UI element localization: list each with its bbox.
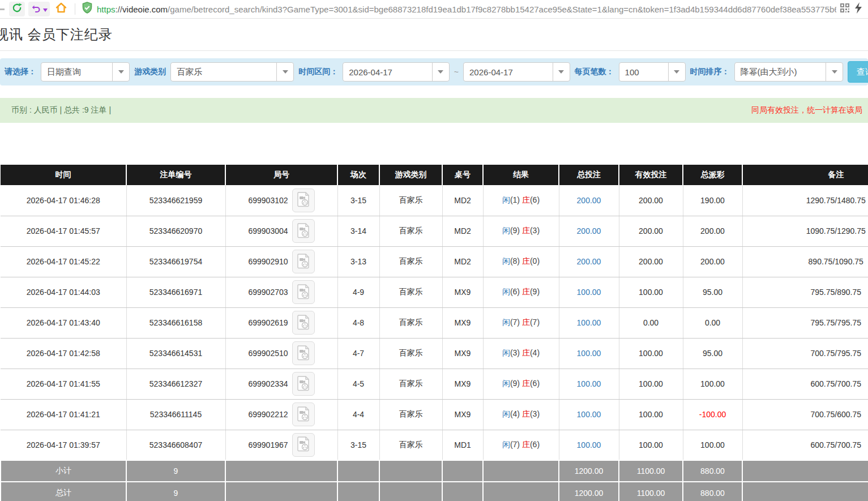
video-replay-button[interactable] bbox=[292, 372, 315, 396]
video-replay-button[interactable] bbox=[292, 433, 315, 457]
video-replay-button[interactable] bbox=[292, 402, 315, 426]
currency-summary-text: 币别 : 人民币 | 总共 :9 注单 | bbox=[11, 105, 111, 115]
cell-valid-bet: 100.00 bbox=[619, 430, 683, 460]
video-replay-button[interactable] bbox=[292, 341, 315, 365]
cell-total-bet-link[interactable]: 200.00 bbox=[559, 216, 619, 246]
cell-table-no: MX9 bbox=[442, 399, 483, 430]
lightning-icon[interactable] bbox=[854, 2, 862, 16]
per-page-select[interactable]: 100 bbox=[619, 62, 686, 82]
page-title: 视讯 会员下注纪录 bbox=[0, 25, 113, 44]
cell-remark: 1090.75/1290.75 bbox=[742, 216, 868, 246]
player-label: 闲 bbox=[502, 287, 510, 296]
video-replay-button[interactable] bbox=[292, 219, 315, 243]
banker-label: 庄 bbox=[522, 195, 530, 204]
date-from-value: 2026-04-17 bbox=[343, 67, 432, 77]
cell-round: 699902910 bbox=[225, 246, 337, 277]
col-header-valid-bet: 有效投注 bbox=[619, 165, 683, 185]
query-type-select[interactable]: 日期查询 bbox=[41, 62, 130, 82]
cell-total-bet-link[interactable]: 100.00 bbox=[559, 369, 619, 399]
table-body: 2026-04-17 01:46:28 523346621959 6999031… bbox=[1, 185, 868, 460]
player-label: 闲 bbox=[502, 379, 510, 388]
total-count: 9 bbox=[126, 482, 225, 501]
cell-session: 3-15 bbox=[337, 185, 379, 216]
video-replay-button[interactable] bbox=[292, 250, 315, 273]
cell-total-bet-link[interactable]: 100.00 bbox=[559, 307, 619, 338]
cell-result: 闲(7) 庄(6) bbox=[483, 430, 559, 460]
summary-bar: 币别 : 人民币 | 总共 :9 注单 | 同局有效投注，统一计算在该局 bbox=[0, 98, 868, 123]
cell-result: 闲(4) 庄(3) bbox=[483, 399, 559, 430]
cell-round: 699901967 bbox=[225, 430, 337, 460]
cell-table-no: MD2 bbox=[442, 246, 483, 277]
player-score: (4) bbox=[510, 409, 520, 418]
cell-valid-bet: 200.00 bbox=[619, 246, 683, 277]
per-page-value: 100 bbox=[619, 67, 668, 77]
cell-bet-id: 523346616158 bbox=[126, 307, 225, 338]
player-score: (7) bbox=[510, 318, 520, 327]
cell-total-bet-link[interactable]: 100.00 bbox=[559, 399, 619, 430]
cell-total-bet-link[interactable]: 200.00 bbox=[559, 246, 619, 277]
cell-game-type: 百家乐 bbox=[379, 307, 442, 338]
cell-bet-id: 523346611145 bbox=[126, 399, 225, 430]
subtotal-payout: 880.00 bbox=[683, 460, 742, 482]
video-replay-icon bbox=[297, 253, 310, 271]
url-domain: videoie.com bbox=[122, 5, 168, 14]
chevron-down-icon bbox=[668, 63, 685, 81]
security-shield-icon[interactable] bbox=[81, 1, 93, 17]
banker-score: (3) bbox=[530, 226, 540, 235]
banker-label: 庄 bbox=[522, 348, 530, 357]
video-replay-icon bbox=[297, 191, 310, 209]
cell-valid-bet: 200.00 bbox=[619, 216, 683, 246]
cell-total-bet-link[interactable]: 200.00 bbox=[559, 185, 619, 216]
game-type-select[interactable]: 百家乐 bbox=[170, 62, 294, 82]
cell-table-no: MD2 bbox=[442, 185, 483, 216]
valid-bet-notice-text: 同局有效投注，统一计算在该局 bbox=[751, 105, 862, 115]
home-button[interactable] bbox=[53, 2, 69, 16]
time-range-label: 时间区间： bbox=[298, 67, 338, 77]
player-score: (3) bbox=[510, 348, 520, 357]
round-number: 699902510 bbox=[248, 349, 288, 358]
table-header-row: 时间 注单编号 局号 场次 游戏类别 桌号 结果 总投注 有效投注 总派彩 备注 bbox=[1, 165, 868, 185]
cell-total-bet-link[interactable]: 100.00 bbox=[559, 277, 619, 307]
player-label: 闲 bbox=[502, 440, 510, 449]
player-label: 闲 bbox=[502, 348, 510, 357]
date-to-input[interactable]: 2026-04-17 bbox=[463, 62, 570, 82]
url-separator: :// bbox=[116, 5, 123, 14]
cell-total-bet-link[interactable]: 100.00 bbox=[559, 338, 619, 369]
query-type-value: 日期查询 bbox=[41, 67, 112, 78]
date-from-input[interactable]: 2026-04-17 bbox=[343, 62, 450, 82]
cell-valid-bet: 200.00 bbox=[619, 185, 683, 216]
cell-bet-id: 523346614531 bbox=[126, 338, 225, 369]
cell-game-type: 百家乐 bbox=[379, 277, 442, 307]
col-header-result: 结果 bbox=[483, 165, 559, 185]
cell-valid-bet: 100.00 bbox=[619, 277, 683, 307]
player-label: 闲 bbox=[502, 318, 510, 327]
video-replay-button[interactable] bbox=[292, 311, 315, 335]
banker-label: 庄 bbox=[522, 318, 530, 327]
address-bar[interactable]: https://videoie.com/game/betrecord_searc… bbox=[97, 5, 836, 14]
search-button[interactable]: 查询 bbox=[848, 61, 868, 83]
refresh-button[interactable] bbox=[9, 2, 25, 16]
bet-record-table: 时间 注单编号 局号 场次 游戏类别 桌号 结果 总投注 有效投注 总派彩 备注… bbox=[0, 165, 868, 501]
cell-payout: 200.00 bbox=[683, 216, 742, 246]
total-payout: 880.00 bbox=[683, 482, 742, 501]
cell-session: 4-8 bbox=[337, 307, 379, 338]
game-type-value: 百家乐 bbox=[171, 67, 276, 78]
round-number: 699902910 bbox=[248, 257, 288, 266]
video-replay-button[interactable] bbox=[292, 280, 315, 304]
col-header-bet-id: 注单编号 bbox=[126, 165, 225, 185]
chevron-down-icon bbox=[276, 63, 293, 81]
cell-remark: 600.75/700.75 bbox=[742, 430, 868, 460]
banker-score: (6) bbox=[530, 379, 540, 388]
banker-score: (4) bbox=[530, 348, 540, 357]
banker-label: 庄 bbox=[522, 409, 530, 418]
video-replay-button[interactable] bbox=[292, 189, 315, 212]
cell-time: 2026-04-17 01:46:28 bbox=[1, 185, 126, 216]
range-tilde: ~ bbox=[454, 67, 459, 76]
qr-code-icon[interactable] bbox=[840, 3, 850, 15]
cell-valid-bet: 0.00 bbox=[619, 307, 683, 338]
sort-select[interactable]: 降幂(由大到小) bbox=[734, 62, 844, 82]
cell-session: 4-9 bbox=[337, 277, 379, 307]
player-score: (7) bbox=[510, 440, 520, 449]
undo-button[interactable] bbox=[28, 2, 50, 16]
cell-total-bet-link[interactable]: 100.00 bbox=[559, 430, 619, 460]
